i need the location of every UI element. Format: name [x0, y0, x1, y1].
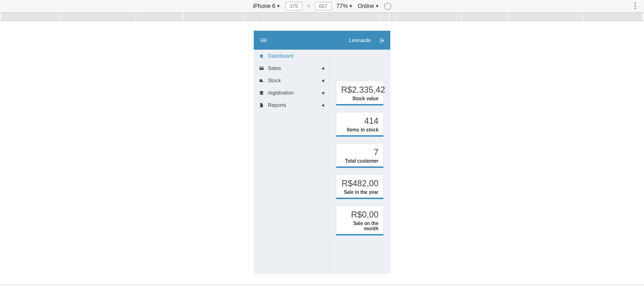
stat-value: 7	[341, 148, 378, 157]
sidebar-item-registration[interactable]: registration ◀	[254, 87, 329, 99]
database-icon	[258, 90, 264, 96]
caret-left-icon: ◀	[321, 103, 324, 107]
credit-card-icon	[258, 66, 264, 71]
stat-value: R$482,00	[341, 179, 378, 189]
throttling-selector[interactable]: Online ▼	[358, 3, 379, 9]
stat-card-items-in-stock: 414 Items in stock	[336, 112, 384, 137]
viewport-dimensions-separator: ×	[307, 3, 310, 9]
devtools-center-controls: iPhone 6 ▼ × 77% ▼ Online ▼	[253, 2, 391, 10]
rotate-icon[interactable]	[383, 1, 393, 11]
throttling-selector-label: Online	[358, 3, 374, 9]
sidebar-item-label: Stock	[268, 78, 318, 83]
zoom-selector-label: 77%	[336, 3, 348, 9]
stat-value: R$2.335,42	[341, 85, 378, 95]
menu-toggle-button[interactable]	[260, 38, 267, 43]
sidebar-item-label: registration	[268, 90, 318, 96]
sidebar-item-sales[interactable]: Sales ◀	[254, 62, 329, 74]
caret-left-icon: ◀	[321, 78, 324, 83]
caret-left-icon: ◀	[321, 91, 324, 95]
stat-label: Sale in the year	[341, 190, 378, 195]
viewport-width-input[interactable]	[285, 2, 302, 10]
sidebar-item-label: Sales	[268, 65, 318, 71]
stat-card-stock-value: R$2.335,42 Stock value	[336, 81, 384, 105]
chevron-down-icon: ▼	[375, 4, 379, 9]
stat-card-sale-year: R$482,00 Sale in the year	[336, 174, 384, 199]
device-selector-label: iPhone 6	[253, 3, 275, 9]
zoom-selector[interactable]: 77% ▼	[336, 3, 353, 9]
stat-label: Stock value	[341, 96, 378, 101]
responsive-ruler	[0, 13, 644, 21]
device-stage: Leonardo Dashboard Sales	[0, 21, 644, 285]
current-user-name[interactable]: Leonardo	[349, 37, 371, 43]
sidebar-nav: Dashboard Sales ◀ Stock ◀	[254, 50, 329, 274]
stat-value: 414	[341, 116, 378, 126]
stat-label: Sale on the month	[341, 221, 378, 231]
sidebar-item-label: Dashboard	[268, 53, 324, 59]
truck-icon	[258, 78, 264, 83]
more-options-button[interactable]	[632, 2, 638, 9]
stat-card-total-customer: 7 Total customer	[336, 143, 384, 168]
device-viewport: Leonardo Dashboard Sales	[254, 31, 390, 274]
viewport-height-input[interactable]	[315, 2, 332, 10]
sign-out-icon[interactable]	[379, 38, 385, 43]
file-icon	[258, 103, 264, 108]
device-selector[interactable]: iPhone 6 ▼	[253, 3, 280, 9]
caret-left-icon: ◀	[321, 66, 324, 70]
sidebar-item-label: Reports	[268, 102, 318, 108]
content-spacer	[336, 55, 384, 74]
stat-label: Total customer	[341, 158, 378, 164]
sidebar-item-reports[interactable]: Reports ◀	[254, 99, 329, 111]
chevron-down-icon: ▼	[276, 4, 281, 9]
sidebar-item-dashboard[interactable]: Dashboard	[254, 50, 329, 62]
dashboard-content: R$2.335,42 Stock value 414 Items in stoc…	[329, 50, 390, 274]
chevron-down-icon: ▼	[349, 4, 353, 9]
app-header: Leonardo	[254, 31, 390, 50]
sidebar-item-stock[interactable]: Stock ◀	[254, 74, 329, 87]
stat-card-sale-month: R$0,00 Sale on the month	[336, 206, 384, 235]
home-icon	[258, 53, 264, 59]
stat-label: Items in stock	[341, 127, 378, 132]
stat-value: R$0,00	[341, 210, 378, 220]
app-body: Dashboard Sales ◀ Stock ◀	[254, 50, 390, 274]
devtools-device-toolbar: iPhone 6 ▼ × 77% ▼ Online ▼	[0, 0, 644, 13]
